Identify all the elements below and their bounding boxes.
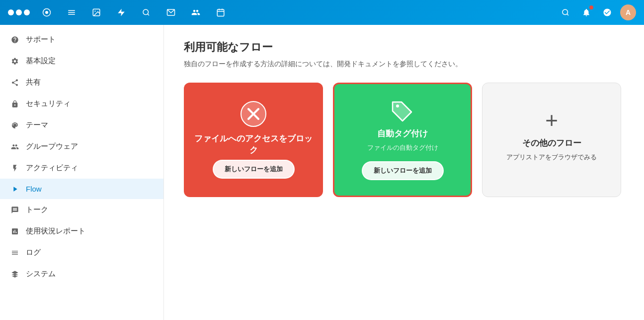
share-icon xyxy=(10,79,20,87)
svg-point-3 xyxy=(94,10,95,11)
search-nav-icon[interactable] xyxy=(138,4,154,20)
sidebar-label-system: システム xyxy=(26,269,56,279)
block-access-add-button[interactable]: 新しいフローを追加 xyxy=(213,160,295,179)
block-access-title: ファイルへのアクセスをブロック xyxy=(194,133,313,156)
talk-icon xyxy=(10,206,20,214)
svg-point-11 xyxy=(396,105,399,107)
usage-report-icon xyxy=(10,227,20,235)
cards-grid: ファイルへのアクセスをブロック 新しいフローを追加 自動タグ付け ファイルの自動… xyxy=(184,83,624,197)
auto-tag-add-button[interactable]: 新しいフローを追加 xyxy=(362,161,444,180)
system-icon xyxy=(10,270,20,278)
sidebar-label-usage-report: 使用状況レポート xyxy=(26,226,85,236)
sidebar-label-talk: トーク xyxy=(26,205,48,214)
sidebar-item-flow[interactable]: Flow xyxy=(0,179,163,199)
logo-dot-1 xyxy=(8,9,14,15)
auto-tag-card[interactable]: 自動タグ付け ファイルの自動タグ付け 新しいフローを追加 xyxy=(333,83,472,197)
auto-tag-subtitle: ファイルの自動タグ付け xyxy=(367,143,438,152)
sidebar-label-activity: アクティビティ xyxy=(26,163,78,173)
page-description: 独自のフローを作成する方法の詳細については、開発ドキュメントを参照してください。 xyxy=(184,60,624,69)
notification-button[interactable] xyxy=(578,4,594,20)
user-avatar[interactable]: A xyxy=(620,4,636,20)
sidebar-label-theme: テーマ xyxy=(26,120,48,130)
logo-dot-2 xyxy=(16,9,22,15)
files-nav-icon[interactable] xyxy=(64,4,80,20)
home-nav-icon[interactable] xyxy=(39,4,55,20)
sidebar-label-support: サポート xyxy=(26,35,56,44)
x-circle-icon xyxy=(241,101,266,127)
other-flows-subtitle: アプリストアをブラウザでみる xyxy=(506,153,597,162)
other-flows-card[interactable]: + その他のフロー アプリストアをブラウザでみる xyxy=(482,83,621,197)
activity-icon xyxy=(10,164,20,172)
logo-dot-3 xyxy=(24,9,30,15)
block-access-card[interactable]: ファイルへのアクセスをブロック 新しいフローを追加 xyxy=(184,83,323,197)
sidebar-item-theme[interactable]: テーマ xyxy=(0,114,163,136)
plus-icon: + xyxy=(545,109,558,131)
topbar-right: A xyxy=(558,4,636,20)
sidebar-label-groupware: グループウェア xyxy=(26,142,78,151)
search-top-button[interactable] xyxy=(558,4,573,20)
main-content: 利用可能なフロー 独自のフローを作成する方法の詳細については、開発ドキュメントを… xyxy=(164,25,644,320)
tag-icon xyxy=(392,100,413,122)
mail-nav-icon[interactable] xyxy=(163,4,179,20)
flow-icon xyxy=(10,185,20,193)
sidebar-label-share: 共有 xyxy=(26,78,41,87)
page-title: 利用可能なフロー xyxy=(184,40,624,55)
svg-point-1 xyxy=(45,11,48,14)
photos-nav-icon[interactable] xyxy=(88,4,104,20)
sidebar-label-flow: Flow xyxy=(26,185,42,193)
lightning-nav-icon[interactable] xyxy=(113,4,129,20)
sidebar-item-log[interactable]: ログ xyxy=(0,242,163,263)
groupware-icon xyxy=(10,143,20,151)
svg-point-4 xyxy=(143,9,149,15)
sidebar-item-security[interactable]: セキュリティ xyxy=(0,93,163,114)
sidebar-item-talk[interactable]: トーク xyxy=(0,199,163,220)
main-layout: サポート 基本設定 共有 セキュリティ テーマ xyxy=(0,25,644,320)
sidebar: サポート 基本設定 共有 セキュリティ テーマ xyxy=(0,25,164,320)
logo[interactable] xyxy=(8,9,30,15)
settings-icon xyxy=(10,57,20,65)
sidebar-item-support[interactable]: サポート xyxy=(0,29,163,50)
topbar: A xyxy=(0,0,644,25)
svg-point-7 xyxy=(563,9,568,15)
notification-badge xyxy=(589,5,593,9)
sidebar-item-groupware[interactable]: グループウェア xyxy=(0,136,163,157)
topbar-left xyxy=(8,4,558,20)
log-icon xyxy=(10,249,20,257)
other-flows-title: その他のフロー xyxy=(522,137,581,149)
auto-tag-title: 自動タグ付け xyxy=(377,128,428,139)
contacts-nav-icon[interactable] xyxy=(188,4,204,20)
sidebar-label-security: セキュリティ xyxy=(26,99,71,108)
calendar-nav-icon[interactable] xyxy=(213,4,229,20)
sidebar-item-system[interactable]: システム xyxy=(0,263,163,285)
svg-rect-6 xyxy=(217,9,224,16)
sidebar-item-share[interactable]: 共有 xyxy=(0,72,163,93)
download-button[interactable] xyxy=(599,4,615,20)
sidebar-item-activity[interactable]: アクティビティ xyxy=(0,157,163,179)
sidebar-item-basic-settings[interactable]: 基本設定 xyxy=(0,50,163,72)
sidebar-label-basic-settings: 基本設定 xyxy=(26,56,56,66)
lock-icon xyxy=(10,100,20,108)
support-icon xyxy=(10,36,20,44)
sidebar-item-usage-report[interactable]: 使用状況レポート xyxy=(0,220,163,242)
sidebar-label-log: ログ xyxy=(26,248,41,257)
theme-icon xyxy=(10,121,20,129)
